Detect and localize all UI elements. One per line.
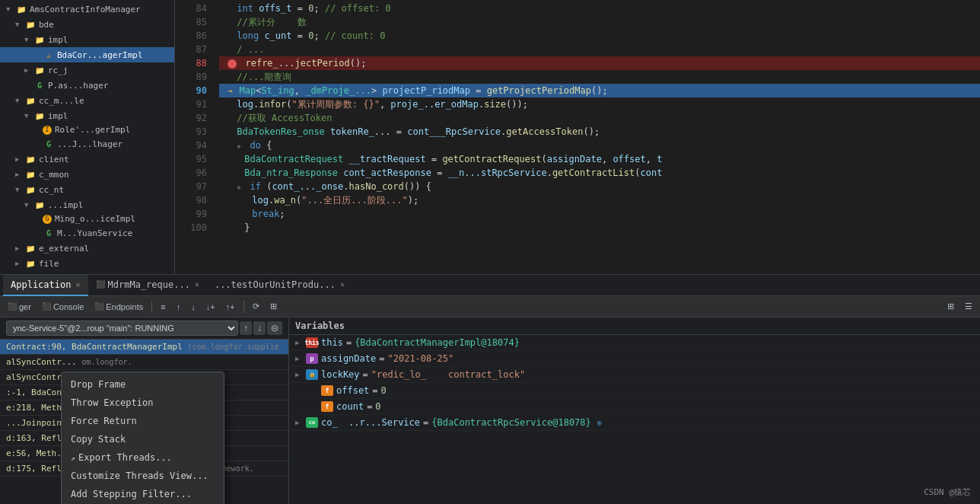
variable-offset[interactable]: f offset = 0: [289, 383, 980, 399]
tree-label: cc_m...le: [39, 96, 84, 106]
list-view-btn[interactable]: ☰: [960, 300, 977, 313]
tab-label: Application: [11, 279, 71, 290]
var-eq: =: [372, 385, 377, 396]
code-container: 84 85 86 87 88 89 90 91 92 93 94 95 96 9…: [175, 0, 980, 274]
variable-this[interactable]: ▶ this this = {BdaContractManagerImpl@18…: [289, 335, 980, 351]
folder-icon: 📁: [24, 183, 37, 196]
folder-icon: 📁: [33, 199, 46, 211]
toolbar-label: Endpoints: [106, 302, 143, 311]
folder-icon: 📁: [33, 33, 46, 46]
console-tab-btn[interactable]: ⬛ Console: [37, 301, 88, 313]
line-num: 96: [175, 166, 207, 180]
tab-mdm[interactable]: ⬛ MdrmMa_reque... ✕: [88, 275, 207, 296]
menu-item-throw-exception[interactable]: Throw Exception: [62, 394, 224, 412]
tab-application[interactable]: Application ✕: [3, 275, 88, 296]
sidebar-item[interactable]: 📁 rc_j: [0, 62, 174, 78]
debugger-tab-btn[interactable]: ⬛ ger: [3, 301, 36, 313]
code-line-100: }: [219, 221, 980, 234]
variable-assignDate[interactable]: ▶ p assignDate = "2021-08-25": [289, 351, 980, 367]
debugger-icon: ⬛: [8, 302, 17, 311]
sidebar-item[interactable]: 📁 AmsContractInfoManager: [0, 2, 174, 17]
step-into-btn[interactable]: ↑+: [221, 301, 240, 313]
sidebar-item[interactable]: 📁 e_external: [0, 241, 174, 256]
close-tab-icon[interactable]: ✕: [340, 280, 345, 289]
filter-frames-btn[interactable]: ⊝: [267, 321, 282, 335]
tree-label: AmsContractInfoManager: [30, 5, 141, 14]
sidebar-item[interactable]: 📁 impl: [0, 32, 174, 47]
endpoints-tab-btn[interactable]: ⬛ Endpoints: [90, 301, 148, 313]
tab-test[interactable]: ...testOurUnitProdu... ✕: [207, 275, 352, 296]
menu-label: Export Threads...: [78, 452, 172, 463]
menu-item-export-threads[interactable]: ↗ Export Threads...: [62, 448, 224, 467]
expand-more-icon[interactable]: ⊕: [597, 419, 602, 427]
watermark: CSDN @猿芯: [924, 486, 971, 498]
sidebar-item[interactable]: 📁 file: [0, 256, 174, 271]
variable-service[interactable]: ▶ co co_ ..r...Service = {BdaContractRpc…: [289, 415, 980, 431]
layout-toggle-btn[interactable]: ≡: [156, 301, 170, 313]
menu-item-add-stepping-filter[interactable]: Add Stepping Filter...: [62, 485, 224, 503]
var-value: {BdaContractRpcService@18078}: [431, 417, 591, 428]
var-eq: =: [423, 417, 428, 428]
variable-lockKey[interactable]: ▶ 🔒 lockKey = "redic_lo_ contract_lock": [289, 367, 980, 383]
sidebar-item[interactable]: 📁 bde: [0, 17, 174, 32]
nav-down-btn[interactable]: ↓: [253, 321, 266, 335]
var-name: offset: [336, 385, 369, 396]
restore-btn[interactable]: ⟳: [248, 300, 264, 313]
scroll-up-btn[interactable]: ↑: [172, 301, 186, 313]
code-line-90: → Map<St_ing, _dmProje_...> projectP_rio…: [219, 84, 980, 97]
sidebar-item[interactable]: 📁 ...impl: [0, 197, 174, 212]
table-view-btn[interactable]: ⊞: [943, 300, 959, 313]
sidebar-item[interactable]: 📁 impl: [0, 108, 174, 123]
menu-item-force-return[interactable]: Force Return: [62, 412, 224, 430]
sidebar-item[interactable]: 📁 cc_nt: [0, 182, 174, 197]
code-line-94: ◆ do {: [219, 139, 980, 152]
code-line-92: //获取 AccessToken: [219, 111, 980, 125]
line-numbers: 84 85 86 87 88 89 90 91 92 93 94 95 96 9…: [175, 0, 213, 274]
tree-label: Ming_o...iceImpl: [55, 214, 135, 224]
tab-label: ...testOurUnitProdu...: [215, 279, 336, 290]
chevron-icon: [15, 186, 23, 193]
sidebar-item[interactable]: 📁 client: [0, 152, 174, 167]
sidebar-item[interactable]: I Role'...gerImpl: [0, 123, 174, 136]
thread-dropdown[interactable]: ync-Service-5"@2...roup "main": RUNNING: [6, 321, 238, 336]
toolbar-separator: [243, 301, 244, 313]
sidebar-item-selected[interactable]: ☕ BdaCor...agerImpl: [0, 47, 174, 62]
code-line-95: BdaContractRequest __tractRequest = getC…: [219, 152, 980, 166]
var-expand-icon: ▶: [295, 419, 306, 426]
menu-label: Copy Stack: [71, 434, 126, 445]
menu-item-drop-frame[interactable]: Drop Frame: [62, 375, 224, 394]
close-tab-icon[interactable]: ✕: [75, 280, 80, 289]
step-over-btn[interactable]: ↓+: [202, 301, 220, 313]
line-num: 91: [175, 97, 207, 111]
code-line-88: refre_...jectPeriod();: [219, 56, 980, 70]
folder-icon: 📁: [24, 94, 37, 107]
var-value: 0: [381, 385, 387, 396]
stack-frame-item[interactable]: Contract:90, BdaContractManagerImpl (com…: [0, 340, 288, 355]
line-num: 87: [175, 43, 207, 56]
sidebar-item[interactable]: 📁 c_mmon: [0, 167, 174, 182]
var-eq: =: [363, 369, 368, 380]
variable-count[interactable]: f count = 0: [289, 399, 980, 415]
sidebar-item[interactable]: 📁 cc_m...le: [0, 93, 174, 108]
scroll-down-btn[interactable]: ↓: [186, 301, 200, 313]
sidebar-item[interactable]: G M...YuanService: [0, 225, 174, 241]
menu-item-customize-threads[interactable]: Customize Threads View...: [62, 467, 224, 485]
sidebar-item[interactable]: G Ming_o...iceImpl: [0, 212, 174, 225]
filter-btn[interactable]: ⊞: [266, 300, 282, 313]
folder-icon: 📁: [33, 110, 46, 122]
chevron-icon: [15, 260, 23, 267]
nav-up-btn[interactable]: ↑: [240, 321, 252, 335]
stack-frame-item[interactable]: alSyncContr... om.longfor.: [0, 355, 288, 370]
close-tab-icon[interactable]: ✕: [195, 280, 199, 289]
folder-icon: 📁: [24, 153, 37, 165]
tree-label: impl: [48, 35, 68, 45]
frame-location: (com.longfor.supplie: [187, 343, 278, 351]
menu-item-copy-stack[interactable]: Copy Stack: [62, 430, 224, 448]
var-type-icon: co: [306, 417, 318, 428]
console-icon: ⬛: [42, 302, 51, 311]
tree-label: rc_j: [48, 65, 68, 75]
sidebar-item[interactable]: G ...J...lhager: [0, 136, 174, 152]
sidebar-item[interactable]: G P.as...hager: [0, 78, 174, 93]
folder-icon: 📁: [24, 257, 37, 270]
tree-label: ...impl: [48, 200, 83, 210]
